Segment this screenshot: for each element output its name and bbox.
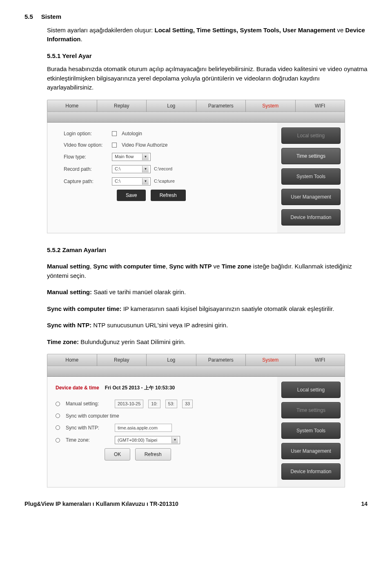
row-capture-path: Capture path: C:\ ▼ C:\capture [64, 177, 269, 186]
label-autologin: Autologin [122, 130, 142, 137]
tab-replay[interactable]: Replay [97, 354, 147, 366]
text-bold: Sync with computer time: [47, 305, 122, 312]
tab-system[interactable]: System [246, 100, 296, 112]
input-date[interactable]: 2013-10-25 [115, 400, 143, 408]
screenshot-time-settings: Home Replay Log Parameters System WIFI D… [47, 354, 345, 487]
refresh-button[interactable]: Refresh [135, 448, 171, 460]
capture-path-value: C:\capture [154, 178, 175, 185]
select-time-zone[interactable]: (GMT+08:00) Taipei ▼ [115, 436, 180, 444]
text: NTP sunucusunun URL'sini veya IP adresin… [91, 322, 228, 329]
section-title: Sistem [41, 12, 61, 22]
side-device-information[interactable]: Device Information [281, 209, 341, 226]
text: 5.5.1 Yerel Ayar [47, 51, 368, 61]
side-local-setting[interactable]: Local setting [281, 127, 341, 144]
side-time-settings[interactable]: Time settings [281, 148, 341, 164]
tab-parameters[interactable]: Parameters [196, 100, 246, 112]
text-bold: Manual setting: [47, 288, 92, 295]
paragraph: Time zone: Bulunduğunuz yerin Saat Dilim… [47, 338, 368, 347]
paragraph: Sync with computer time: IP kamerasının … [47, 304, 368, 314]
side-system-tools[interactable]: System Tools [281, 168, 341, 185]
select-value: Main flow [115, 153, 134, 160]
tab-replay[interactable]: Replay [97, 100, 147, 112]
side-user-management[interactable]: User Management [281, 443, 341, 459]
refresh-button[interactable]: Refresh [151, 190, 186, 201]
sub-toolbar [47, 366, 345, 377]
text-bold: Sync with NTP: [47, 322, 91, 329]
label-record-path: Record path: [64, 165, 109, 173]
tab-log[interactable]: Log [147, 100, 196, 112]
radio-sync-ntp[interactable] [56, 425, 60, 430]
input-second[interactable]: 33 [182, 400, 193, 408]
select-capture-drive[interactable]: C:\ ▼ [112, 177, 151, 186]
section-heading: 5.5 Sistem [24, 12, 368, 22]
settings-panel: Login option: Autologin VIdeo flow optio… [47, 123, 345, 233]
ok-button[interactable]: OK [105, 448, 130, 460]
text: , [166, 263, 169, 270]
footer-left: Plug&View IP kameraları ι Kullanım Kılav… [24, 500, 178, 508]
input-minute[interactable]: 53: [165, 400, 177, 408]
settings-panel: Device date & time Fri Oct 25 2013 - 上午 … [47, 377, 345, 487]
paragraph: Manual setting: Saati ve tarihi manüel o… [47, 288, 368, 297]
text: IP kamerasının saati kişisel bilgisayarı… [122, 305, 334, 312]
text: Saati ve tarihi manüel olarak girin. [92, 288, 186, 295]
radio-sync-computer[interactable] [56, 414, 60, 418]
row-sync-computer: Sync with computer time [56, 412, 269, 420]
tab-wifi[interactable]: WIFI [296, 100, 345, 112]
side-time-settings[interactable]: Time settings [281, 402, 341, 418]
text: ve [212, 263, 221, 270]
row-manual-setting: Manual setting: 2013-10-25 10:53:33 [56, 400, 269, 408]
text-bold: Sync with computer time [93, 263, 166, 270]
tab-parameters[interactable]: Parameters [196, 354, 246, 366]
label-login-option: Login option: [64, 130, 109, 137]
side-system-tools[interactable]: System Tools [281, 422, 341, 439]
tab-bar: Home Replay Log Parameters System WIFI [47, 354, 345, 366]
label-flow-type: Flow type: [64, 153, 109, 161]
section-number: 5.5 [24, 12, 33, 22]
side-device-information[interactable]: Device Information [281, 463, 341, 480]
radio-time-zone[interactable] [56, 438, 60, 443]
select-record-drive[interactable]: C:\ ▼ [112, 165, 151, 173]
checkbox-autologin[interactable] [112, 131, 117, 136]
page-footer: Plug&View IP kameraları ι Kullanım Kılav… [24, 500, 368, 508]
text: ve [335, 27, 345, 34]
label-time-zone: Time zone: [66, 436, 111, 444]
label-sync-computer: Sync with computer time [66, 412, 119, 420]
radio-manual-setting[interactable] [56, 402, 60, 406]
tab-home[interactable]: Home [47, 100, 97, 112]
row-video-flow-option: VIdeo flow option: Video Flow Authorize [64, 141, 269, 149]
side-panel: Local setting Time settings System Tools… [277, 377, 345, 487]
input-hour[interactable]: 10: [148, 400, 160, 408]
row-flow-type: Flow type: Main flow ▼ [64, 153, 269, 161]
screenshot-local-setting: Home Replay Log Parameters System WIFI L… [47, 100, 345, 233]
save-button[interactable]: Save [117, 190, 146, 201]
select-value: C:\ [115, 178, 120, 185]
tab-home[interactable]: Home [47, 354, 97, 366]
input-ntp-server[interactable]: time.asia.apple.com [115, 424, 172, 432]
text: Bulunduğunuz yerin Saat Dilimini girin. [79, 338, 185, 345]
label-flow-authorize: Video Flow Authorize [122, 141, 168, 149]
side-panel: Local setting Time settings System Tools… [277, 123, 345, 233]
tab-system[interactable]: System [246, 354, 296, 366]
select-value: C:\ [115, 165, 120, 172]
button-row: OK Refresh [105, 448, 269, 460]
button-row: Save Refresh [117, 190, 269, 201]
side-local-setting[interactable]: Local setting [281, 382, 341, 398]
chevron-down-icon: ▼ [142, 154, 149, 160]
tab-wifi[interactable]: WIFI [296, 354, 345, 366]
checkbox-flow-authorize[interactable] [112, 143, 117, 148]
select-flow-type[interactable]: Main flow ▼ [112, 153, 151, 161]
row-time-zone: Time zone: (GMT+08:00) Taipei ▼ [56, 436, 269, 444]
sub-toolbar [47, 112, 345, 123]
subsection-heading-2: 5.5.2 Zaman Ayarları [47, 246, 368, 255]
row-device-datetime: Device date & time Fri Oct 25 2013 - 上午 … [56, 384, 269, 391]
tab-log[interactable]: Log [147, 354, 196, 366]
side-user-management[interactable]: User Management [281, 189, 341, 205]
label-device-datetime: Device date & time [56, 384, 99, 391]
select-value: (GMT+08:00) Taipei [118, 437, 157, 444]
chevron-down-icon: ▼ [142, 166, 149, 172]
paragraph: Sync with NTP: NTP sunucusunun URL'sini … [47, 321, 368, 330]
text-bold: Local Setting, Time Settings, System Too… [154, 27, 335, 34]
label-capture-path: Capture path: [64, 178, 109, 185]
text-bold: Time zone: [47, 338, 79, 345]
paragraph: Manual setting, Sync with computer time,… [47, 262, 368, 280]
